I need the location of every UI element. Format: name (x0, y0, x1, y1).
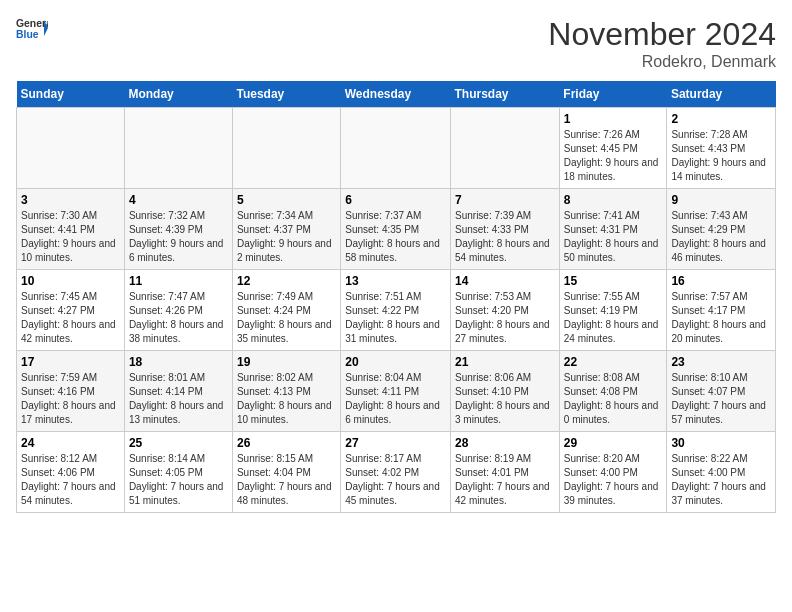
calendar-cell: 2Sunrise: 7:28 AM Sunset: 4:43 PM Daylig… (667, 108, 776, 189)
day-info: Sunrise: 7:45 AM Sunset: 4:27 PM Dayligh… (21, 290, 120, 346)
day-info: Sunrise: 8:12 AM Sunset: 4:06 PM Dayligh… (21, 452, 120, 508)
weekday-header-sunday: Sunday (17, 81, 125, 108)
weekday-header-saturday: Saturday (667, 81, 776, 108)
day-number: 20 (345, 355, 446, 369)
logo-icon: General Blue (16, 16, 48, 44)
day-info: Sunrise: 7:28 AM Sunset: 4:43 PM Dayligh… (671, 128, 771, 184)
day-info: Sunrise: 7:57 AM Sunset: 4:17 PM Dayligh… (671, 290, 771, 346)
day-info: Sunrise: 7:51 AM Sunset: 4:22 PM Dayligh… (345, 290, 446, 346)
day-number: 23 (671, 355, 771, 369)
calendar-cell: 1Sunrise: 7:26 AM Sunset: 4:45 PM Daylig… (559, 108, 667, 189)
weekday-header-monday: Monday (124, 81, 232, 108)
calendar-cell: 10Sunrise: 7:45 AM Sunset: 4:27 PM Dayli… (17, 270, 125, 351)
day-info: Sunrise: 7:37 AM Sunset: 4:35 PM Dayligh… (345, 209, 446, 265)
calendar-cell: 18Sunrise: 8:01 AM Sunset: 4:14 PM Dayli… (124, 351, 232, 432)
day-number: 15 (564, 274, 663, 288)
day-number: 16 (671, 274, 771, 288)
svg-text:Blue: Blue (16, 29, 39, 40)
location: Rodekro, Denmark (548, 53, 776, 71)
day-number: 7 (455, 193, 555, 207)
day-info: Sunrise: 8:15 AM Sunset: 4:04 PM Dayligh… (237, 452, 336, 508)
day-number: 11 (129, 274, 228, 288)
calendar-cell: 16Sunrise: 7:57 AM Sunset: 4:17 PM Dayli… (667, 270, 776, 351)
calendar-cell: 8Sunrise: 7:41 AM Sunset: 4:31 PM Daylig… (559, 189, 667, 270)
day-info: Sunrise: 7:41 AM Sunset: 4:31 PM Dayligh… (564, 209, 663, 265)
day-info: Sunrise: 8:06 AM Sunset: 4:10 PM Dayligh… (455, 371, 555, 427)
weekday-header-tuesday: Tuesday (232, 81, 340, 108)
day-info: Sunrise: 8:02 AM Sunset: 4:13 PM Dayligh… (237, 371, 336, 427)
weekday-header-friday: Friday (559, 81, 667, 108)
calendar-cell: 15Sunrise: 7:55 AM Sunset: 4:19 PM Dayli… (559, 270, 667, 351)
calendar-cell: 27Sunrise: 8:17 AM Sunset: 4:02 PM Dayli… (341, 432, 451, 513)
header: General Blue November 2024 Rodekro, Denm… (16, 16, 776, 71)
day-number: 22 (564, 355, 663, 369)
week-row-3: 10Sunrise: 7:45 AM Sunset: 4:27 PM Dayli… (17, 270, 776, 351)
logo: General Blue (16, 16, 48, 44)
day-info: Sunrise: 8:17 AM Sunset: 4:02 PM Dayligh… (345, 452, 446, 508)
day-number: 26 (237, 436, 336, 450)
week-row-2: 3Sunrise: 7:30 AM Sunset: 4:41 PM Daylig… (17, 189, 776, 270)
day-number: 6 (345, 193, 446, 207)
calendar-cell (232, 108, 340, 189)
day-info: Sunrise: 7:26 AM Sunset: 4:45 PM Dayligh… (564, 128, 663, 184)
calendar-cell (451, 108, 560, 189)
weekday-header-thursday: Thursday (451, 81, 560, 108)
day-info: Sunrise: 7:49 AM Sunset: 4:24 PM Dayligh… (237, 290, 336, 346)
calendar-table: SundayMondayTuesdayWednesdayThursdayFrid… (16, 81, 776, 513)
day-number: 1 (564, 112, 663, 126)
calendar-cell (17, 108, 125, 189)
calendar-cell: 11Sunrise: 7:47 AM Sunset: 4:26 PM Dayli… (124, 270, 232, 351)
day-info: Sunrise: 7:43 AM Sunset: 4:29 PM Dayligh… (671, 209, 771, 265)
day-number: 18 (129, 355, 228, 369)
day-info: Sunrise: 7:53 AM Sunset: 4:20 PM Dayligh… (455, 290, 555, 346)
calendar-cell: 26Sunrise: 8:15 AM Sunset: 4:04 PM Dayli… (232, 432, 340, 513)
day-number: 19 (237, 355, 336, 369)
day-number: 24 (21, 436, 120, 450)
weekday-header-row: SundayMondayTuesdayWednesdayThursdayFrid… (17, 81, 776, 108)
day-info: Sunrise: 7:39 AM Sunset: 4:33 PM Dayligh… (455, 209, 555, 265)
day-number: 2 (671, 112, 771, 126)
day-number: 25 (129, 436, 228, 450)
calendar-cell: 3Sunrise: 7:30 AM Sunset: 4:41 PM Daylig… (17, 189, 125, 270)
day-info: Sunrise: 7:55 AM Sunset: 4:19 PM Dayligh… (564, 290, 663, 346)
day-number: 4 (129, 193, 228, 207)
calendar-cell: 9Sunrise: 7:43 AM Sunset: 4:29 PM Daylig… (667, 189, 776, 270)
calendar-cell: 22Sunrise: 8:08 AM Sunset: 4:08 PM Dayli… (559, 351, 667, 432)
day-info: Sunrise: 7:32 AM Sunset: 4:39 PM Dayligh… (129, 209, 228, 265)
calendar-cell: 20Sunrise: 8:04 AM Sunset: 4:11 PM Dayli… (341, 351, 451, 432)
calendar-cell: 17Sunrise: 7:59 AM Sunset: 4:16 PM Dayli… (17, 351, 125, 432)
calendar-cell: 12Sunrise: 7:49 AM Sunset: 4:24 PM Dayli… (232, 270, 340, 351)
day-number: 21 (455, 355, 555, 369)
day-number: 5 (237, 193, 336, 207)
calendar-cell: 25Sunrise: 8:14 AM Sunset: 4:05 PM Dayli… (124, 432, 232, 513)
calendar-cell: 7Sunrise: 7:39 AM Sunset: 4:33 PM Daylig… (451, 189, 560, 270)
day-info: Sunrise: 8:19 AM Sunset: 4:01 PM Dayligh… (455, 452, 555, 508)
calendar-cell (341, 108, 451, 189)
day-info: Sunrise: 8:08 AM Sunset: 4:08 PM Dayligh… (564, 371, 663, 427)
calendar-cell: 4Sunrise: 7:32 AM Sunset: 4:39 PM Daylig… (124, 189, 232, 270)
day-info: Sunrise: 8:10 AM Sunset: 4:07 PM Dayligh… (671, 371, 771, 427)
week-row-1: 1Sunrise: 7:26 AM Sunset: 4:45 PM Daylig… (17, 108, 776, 189)
calendar-cell (124, 108, 232, 189)
week-row-4: 17Sunrise: 7:59 AM Sunset: 4:16 PM Dayli… (17, 351, 776, 432)
day-info: Sunrise: 7:59 AM Sunset: 4:16 PM Dayligh… (21, 371, 120, 427)
month-title: November 2024 (548, 16, 776, 53)
calendar-cell: 28Sunrise: 8:19 AM Sunset: 4:01 PM Dayli… (451, 432, 560, 513)
day-number: 10 (21, 274, 120, 288)
day-info: Sunrise: 8:04 AM Sunset: 4:11 PM Dayligh… (345, 371, 446, 427)
day-number: 29 (564, 436, 663, 450)
day-info: Sunrise: 7:34 AM Sunset: 4:37 PM Dayligh… (237, 209, 336, 265)
calendar-cell: 14Sunrise: 7:53 AM Sunset: 4:20 PM Dayli… (451, 270, 560, 351)
day-number: 28 (455, 436, 555, 450)
day-info: Sunrise: 7:47 AM Sunset: 4:26 PM Dayligh… (129, 290, 228, 346)
calendar-cell: 24Sunrise: 8:12 AM Sunset: 4:06 PM Dayli… (17, 432, 125, 513)
day-number: 30 (671, 436, 771, 450)
day-number: 17 (21, 355, 120, 369)
day-info: Sunrise: 8:01 AM Sunset: 4:14 PM Dayligh… (129, 371, 228, 427)
calendar-cell: 13Sunrise: 7:51 AM Sunset: 4:22 PM Dayli… (341, 270, 451, 351)
calendar-cell: 23Sunrise: 8:10 AM Sunset: 4:07 PM Dayli… (667, 351, 776, 432)
day-number: 27 (345, 436, 446, 450)
day-info: Sunrise: 8:20 AM Sunset: 4:00 PM Dayligh… (564, 452, 663, 508)
weekday-header-wednesday: Wednesday (341, 81, 451, 108)
day-info: Sunrise: 8:14 AM Sunset: 4:05 PM Dayligh… (129, 452, 228, 508)
